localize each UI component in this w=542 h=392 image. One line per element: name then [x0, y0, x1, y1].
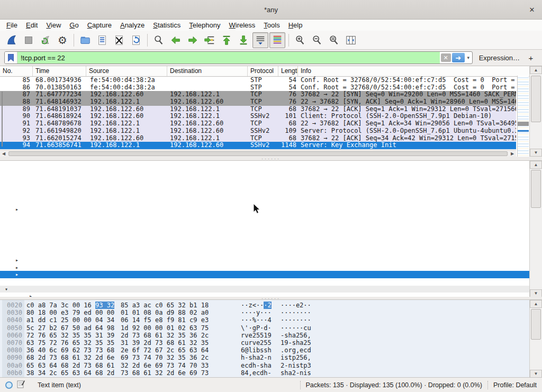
close-icon[interactable]: ✕: [527, 5, 537, 14]
colorize-packets-icon[interactable]: [269, 32, 285, 48]
reload-file-icon[interactable]: [128, 32, 144, 48]
title-bar[interactable]: *any ✕: [0, 0, 542, 20]
scroll-thumb[interactable]: [8, 151, 508, 156]
column-header-no[interactable]: No.: [0, 66, 33, 76]
menu-item[interactable]: Go: [65, 21, 83, 30]
hex-row[interactable]: 0070 63 75 72 76 65 32 35 35 31 39 2d 73…: [0, 339, 542, 347]
hex-bytes-left[interactable]: 63 75 72 76 65 32 35 35: [26, 339, 121, 347]
hex-bytes-right[interactable]: 69 73 74 70 32 35 36 2c: [121, 354, 241, 361]
hex-bytes-right[interactable]: 1d 92 00 00 01 02 63 75: [121, 324, 241, 332]
hex-bytes-left[interactable]: 65 63 64 68 2d 73 68 61: [26, 362, 121, 369]
detail-line[interactable]: ▸ [Timestamps]: [0, 271, 542, 278]
column-header-length[interactable]: Length: [278, 66, 298, 76]
hex-bytes-right[interactable]: 2d 73 68 61 32 35 36 2c: [121, 332, 241, 339]
scroll-down-icon[interactable]: ▼: [530, 289, 542, 297]
packet-row[interactable]: 89 71.648191037 192.168.122.60 192.168.1…: [0, 106, 516, 113]
hex-ascii-right[interactable]: ······cu: [281, 324, 311, 332]
hex-ascii-left[interactable]: curve255: [241, 339, 281, 347]
detail-line[interactable]: TCP payload (1080 bytes): [0, 278, 542, 286]
column-header-protocol[interactable]: Protocol: [248, 66, 278, 76]
zoom-original-icon[interactable]: [326, 32, 342, 48]
hex-ascii-right[interactable]: ········: [281, 316, 311, 324]
stop-capture-icon[interactable]: [21, 32, 37, 48]
menu-item[interactable]: Analyze: [116, 21, 149, 30]
packet-row[interactable]: 90 71.648618924 192.168.122.60 192.168.1…: [0, 113, 516, 120]
hex-bytes-left[interactable]: 72 76 65 32 35 35 31 39: [26, 332, 121, 339]
resize-columns-icon[interactable]: [343, 32, 359, 48]
hex-ascii-right[interactable]: .org,ecd: [281, 347, 311, 354]
menu-item[interactable]: Tools: [259, 21, 284, 30]
hex-ascii-right[interactable]: ····e2··: [281, 302, 311, 309]
expand-triangle-icon[interactable]: ▸: [15, 206, 22, 213]
capture-options-icon[interactable]: ⚙: [55, 32, 70, 48]
hex-bytes-left[interactable]: 68 2d 73 68 61 32 2d 6e: [26, 354, 121, 361]
hex-ascii-left[interactable]: h-sha2-n: [241, 354, 281, 361]
scroll-up-icon[interactable]: ▲: [530, 161, 542, 169]
open-file-icon[interactable]: [77, 32, 93, 48]
menu-item[interactable]: Help: [284, 21, 307, 30]
expand-triangle-icon[interactable]: ▸: [15, 271, 22, 278]
hex-bytes-left[interactable]: 80 18 00 e3 79 ed 00 00: [26, 309, 121, 316]
hex-bytes-left[interactable]: 38 34 2c 65 63 64 68 2d: [26, 369, 121, 377]
packet-row[interactable]: 91 71.648789678 192.168.122.1 192.168.12…: [0, 120, 516, 127]
detail-line[interactable]: Window size value: 227: [0, 213, 542, 221]
scroll-up-icon[interactable]: ▲: [530, 66, 542, 74]
capture-comment-icon[interactable]: [17, 380, 25, 390]
column-header-info[interactable]: Info: [298, 66, 529, 76]
scroll-up-icon[interactable]: ▲: [530, 300, 542, 308]
hex-bytes-right[interactable]: 31 39 2d 73 68 61 32 35: [121, 339, 241, 347]
go-to-packet-icon[interactable]: [202, 32, 218, 48]
hex-ascii-left[interactable]: \'·gP·d·: [241, 324, 281, 332]
hex-ascii-left[interactable]: 84,ecdh-: [241, 369, 281, 377]
menu-item[interactable]: File: [2, 21, 22, 30]
add-filter-button[interactable]: +: [525, 53, 537, 62]
filter-dropdown-icon[interactable]: ▾: [465, 52, 472, 63]
detail-line[interactable]: Checksum: 0x79ed [unverified]: [0, 235, 542, 242]
detail-line[interactable]: [Stream index: 0]: [0, 162, 542, 170]
start-capture-icon[interactable]: [4, 32, 20, 48]
hex-bytes-right[interactable]: 2e 6f 72 67 2c 65 63 64: [121, 347, 241, 354]
detail-line[interactable]: Urgent pointer: 0: [0, 249, 542, 257]
hex-row[interactable]: 0090 68 2d 73 68 61 32 2d 6e 69 73 74 70…: [0, 354, 542, 361]
expand-triangle-icon[interactable]: ▸: [15, 264, 22, 271]
scroll-right-icon[interactable]: ▶: [509, 151, 516, 156]
menu-item[interactable]: Statistics: [149, 21, 185, 30]
close-file-icon[interactable]: [111, 32, 127, 48]
expand-triangle-icon[interactable]: ▸: [15, 257, 22, 264]
hex-bytes-left[interactable]: 36 40 6c 69 62 73 73 68: [26, 347, 121, 354]
detail-line[interactable]: ▸ Options: (12 bytes), No-Operation (NOP…: [0, 257, 542, 264]
hex-bytes-right[interactable]: 32 2d 6e 69 73 74 70 33: [121, 362, 241, 369]
hex-ascii-right[interactable]: 19-sha25: [281, 339, 311, 347]
menu-item[interactable]: Edit: [22, 21, 42, 30]
expand-triangle-icon[interactable]: ▸: [29, 293, 35, 297]
menu-item[interactable]: Wireless: [225, 21, 260, 30]
hex-ascii-right[interactable]: ········: [281, 309, 311, 316]
zoom-out-icon[interactable]: [309, 32, 325, 48]
packet-list-vscrollbar[interactable]: ▲ ▼: [529, 66, 542, 157]
packet-row[interactable]: 88 71.648146932 192.168.122.1 192.168.12…: [0, 98, 516, 106]
hex-row[interactable]: 0030 80 18 00 e3 79 ed 00 00 01 01 08 0a…: [0, 309, 542, 316]
detail-line[interactable]: [Checksum Status: Unverified]: [0, 242, 542, 250]
hex-row[interactable]: 0020 c0 a8 7a 3c 00 16 93 32 85 a3 ac c0…: [0, 302, 542, 309]
detail-line[interactable]: Acknowledgment number: 34 (relative ack …: [0, 192, 542, 199]
hex-bytes-right[interactable]: 06 14 f5 e8 f9 81 c9 e3: [121, 316, 241, 324]
hex-ascii-left[interactable]: ····y···: [241, 309, 281, 316]
scroll-thumb[interactable]: [531, 170, 541, 208]
auto-scroll-icon[interactable]: [252, 32, 268, 48]
detail-line[interactable]: ▸ [SEQ/ACK analysis]: [0, 264, 542, 271]
scroll-down-icon[interactable]: ▼: [530, 149, 542, 157]
packet-row[interactable]: 93 71.662015274 192.168.122.60 192.168.1…: [0, 135, 516, 142]
hex-bytes-left[interactable]: a1 dd c1 25 00 00 04 34: [26, 316, 121, 324]
packet-row[interactable]: 94 71.663856741 192.168.122.1 192.168.12…: [0, 142, 516, 149]
menu-item[interactable]: View: [42, 21, 65, 30]
packet-list-hscrollbar[interactable]: ◀ ▶: [0, 150, 516, 157]
go-last-packet-icon[interactable]: [236, 32, 251, 48]
detail-line[interactable]: [TCP Segment Len: 1080]: [0, 170, 542, 177]
hex-ascii-left[interactable]: ··z<···2: [241, 302, 281, 309]
hex-ascii-right[interactable]: 2-nistp3: [281, 362, 311, 369]
filter-clear-icon[interactable]: ✕: [441, 53, 451, 62]
hex-ascii-right[interactable]: sha2-nis: [281, 369, 311, 377]
filter-bookmark-icon[interactable]: [5, 52, 17, 63]
column-header-time[interactable]: Time: [33, 66, 86, 76]
hex-ascii-right[interactable]: istp256,: [281, 354, 311, 361]
